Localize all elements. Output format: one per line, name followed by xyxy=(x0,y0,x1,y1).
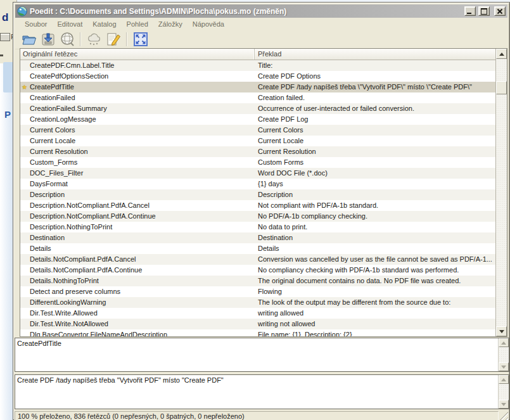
table-row[interactable]: DetailsDetails xyxy=(20,243,495,254)
source-cell: Dlg.BaseConvertor.FileNameAndDescription xyxy=(20,329,255,336)
menu-item-editovat[interactable]: Editovat xyxy=(52,19,87,29)
menu-item-katalog[interactable]: Katalog xyxy=(87,19,121,29)
table-row[interactable]: DescriptionDescription xyxy=(20,189,495,200)
title-bar[interactable]: Poedit : C:\Documents and Settings\ADMIN… xyxy=(15,4,507,18)
table-row[interactable]: Details.NotCompliant.PdfA.CancelConversi… xyxy=(20,254,495,265)
menu-item-zalozky[interactable]: Záložky xyxy=(153,19,188,29)
table-row[interactable]: DifferentLookingWarningThe look of the o… xyxy=(20,297,495,308)
menu-item-napoveda[interactable]: Nápověda xyxy=(188,19,229,29)
table-row[interactable]: CreationFailed.SummaryOccurrence of user… xyxy=(20,103,495,114)
translation-cell: Destination xyxy=(255,232,495,243)
menu-item-pohled[interactable]: Pohled xyxy=(122,19,153,29)
translation-scrollbar[interactable] xyxy=(498,375,509,409)
translation-cell: Title: xyxy=(255,60,495,71)
poedit-globe-icon xyxy=(17,6,27,16)
column-header-original[interactable]: Originální řetězec xyxy=(20,49,255,60)
scroll-up-button[interactable] xyxy=(499,375,509,384)
background-letter-p: P xyxy=(4,109,11,120)
minimize-button[interactable] xyxy=(464,6,476,16)
scroll-track[interactable] xyxy=(496,59,507,326)
table-row[interactable]: Current ColorsCurrent Colors xyxy=(20,125,495,136)
source-scrollbar[interactable] xyxy=(498,338,509,371)
table-row[interactable]: Details.NotCompliant.PdfA.ContinueNo com… xyxy=(20,265,495,276)
source-cell: Description.NotCompliant.PdfA.Continue xyxy=(20,211,255,222)
table-row[interactable]: Dir.Test.Write.Allowedwriting allowed xyxy=(20,308,495,319)
fuzzy-toggle-icon xyxy=(86,31,103,48)
table-row[interactable]: DestinationDestination xyxy=(20,232,495,243)
table-row[interactable]: CreatePdfTitle★Create PDF /tady napíšeš … xyxy=(20,82,495,92)
menu-bar: SouborEditovatKatalogPohledZáložkyNápově… xyxy=(15,18,507,30)
resize-grip[interactable] xyxy=(500,412,508,420)
table-row[interactable]: CreationFailedCreation failed. xyxy=(20,92,495,103)
scroll-down-button[interactable] xyxy=(499,362,509,371)
translation-cell: Not compliant with PDF/A-1b standard. xyxy=(255,200,495,211)
menu-item-soubor[interactable]: Soubor xyxy=(20,19,52,29)
table-row[interactable]: CreatePDF.Cmn.Label.TitleTitle: xyxy=(20,60,495,71)
table-row[interactable]: Description.NothingToPrintNo data to pri… xyxy=(20,222,495,232)
translation-cell: No data to print. xyxy=(255,222,495,232)
toolbar-separator xyxy=(126,32,127,46)
table-row[interactable]: DaysFormat{1} days xyxy=(20,179,495,189)
fuzzy-star-icon: ★ xyxy=(22,82,27,92)
translation-cell: Details xyxy=(255,243,495,254)
table-row[interactable]: Description.NotCompliant.PdfA.CancelNot … xyxy=(20,200,495,211)
scroll-up-button[interactable] xyxy=(499,338,509,347)
translation-cell: No PDF/A-1b compliancy checking. xyxy=(255,211,495,222)
table-row[interactable]: Dir.Test.Write.NotAllowedwriting not all… xyxy=(20,319,495,329)
source-text-box[interactable]: CreatePdfTitle xyxy=(15,338,509,372)
table-row[interactable]: Details.NothingToPrintThe original docum… xyxy=(20,276,495,286)
source-cell: Description xyxy=(20,189,255,200)
background-logo-letter: d xyxy=(2,11,8,24)
update-catalog-button[interactable] xyxy=(58,31,75,48)
save-catalog-button[interactable] xyxy=(39,31,56,48)
table-row[interactable]: Custom_FormsCustom Forms xyxy=(20,157,495,168)
source-cell: Destination xyxy=(20,232,255,243)
table-row[interactable]: Dlg.BaseConvertor.FileNameAndDescription… xyxy=(20,329,495,336)
toolbar xyxy=(15,30,507,49)
close-button[interactable] xyxy=(494,6,506,16)
screen: d F P Poedit : C:\Documents and Settings… xyxy=(0,0,510,420)
string-table: Originální řetězec Překlad CreatePDF.Cmn… xyxy=(20,48,507,337)
source-cell: Details.NotCompliant.PdfA.Cancel xyxy=(20,254,255,265)
source-cell: Current Colors xyxy=(20,125,255,136)
scroll-up-button[interactable] xyxy=(496,49,507,59)
arrow-down-icon xyxy=(499,330,504,333)
save-catalog-icon xyxy=(40,31,56,48)
edit-comment-icon xyxy=(105,31,122,48)
translation-cell: Create PDF Log xyxy=(255,114,495,125)
translation-cell: Current Locale xyxy=(255,136,495,146)
column-header-translation[interactable]: Překlad xyxy=(255,49,495,60)
table-row[interactable]: Current ResolutionCurrent Resolution xyxy=(20,146,495,157)
table-row[interactable]: CreatePdfOptionsSectionCreate PDF Option… xyxy=(20,71,495,82)
minimize-icon xyxy=(467,13,471,14)
translation-cell: {1} days xyxy=(255,179,495,189)
table-row[interactable]: DOC_Files_FilterWord DOC File (*.doc) xyxy=(20,168,495,179)
translation-cell: Custom Forms xyxy=(255,157,495,168)
table-row[interactable]: Description.NotCompliant.PdfA.ContinueNo… xyxy=(20,211,495,222)
table-row[interactable]: CreationLogMessageCreate PDF Log xyxy=(20,114,495,125)
table-row[interactable]: Current LocaleCurrent Locale xyxy=(20,136,495,146)
open-file-button[interactable] xyxy=(20,31,37,48)
translation-cell: Conversion was cancelled by user as the … xyxy=(255,254,495,265)
scroll-down-button[interactable] xyxy=(499,400,509,409)
edit-comment-button[interactable] xyxy=(105,31,122,48)
background-tick xyxy=(0,54,3,56)
window-title: Poedit : C:\Documents and Settings\ADMIN… xyxy=(30,7,462,16)
source-cell: Custom_Forms xyxy=(20,157,255,168)
poedit-window: Poedit : C:\Documents and Settings\ADMIN… xyxy=(13,2,510,420)
translation-cell: File name: {1}. Description: {2} xyxy=(255,329,495,336)
translation-text-box[interactable]: Create PDF /tady napíšeš třeba "Vytvořit… xyxy=(15,374,509,409)
arrow-up-icon xyxy=(501,341,506,345)
maximize-button[interactable] xyxy=(478,6,490,16)
scroll-thumb[interactable] xyxy=(496,81,507,94)
fullscreen-button[interactable] xyxy=(132,31,149,48)
fuzzy-toggle-button[interactable] xyxy=(86,31,103,48)
update-catalog-icon xyxy=(59,31,75,48)
source-cell: CreatePDF.Cmn.Label.Title xyxy=(20,60,255,71)
scroll-down-button[interactable] xyxy=(496,326,507,336)
table-row[interactable]: Detect and preserve columnsFlowing xyxy=(20,286,495,297)
source-cell: Current Locale xyxy=(20,136,255,146)
source-cell: Dir.Test.Write.NotAllowed xyxy=(20,319,255,329)
table-scrollbar[interactable] xyxy=(495,49,507,336)
source-cell: CreatePdfOptionsSection xyxy=(20,71,255,82)
